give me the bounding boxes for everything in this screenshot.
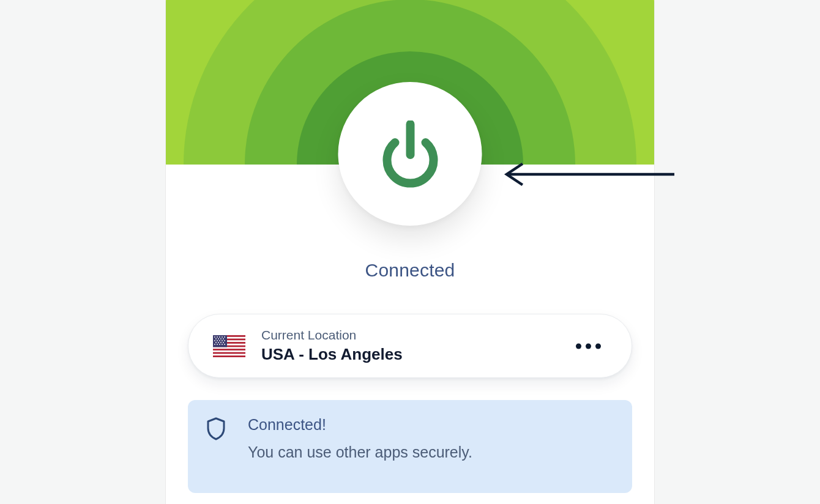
- svg-point-21: [224, 340, 225, 341]
- location-label: Current Location: [261, 328, 607, 343]
- location-value: USA - Los Angeles: [261, 345, 607, 364]
- svg-point-10: [219, 336, 220, 338]
- location-text-group: Current Location USA - Los Angeles: [261, 328, 607, 364]
- svg-point-17: [214, 340, 215, 341]
- notice-title: Connected!: [248, 416, 472, 434]
- shield-icon: [206, 417, 226, 440]
- svg-point-30: [224, 344, 225, 345]
- notice-text-group: Connected! You can use other apps secure…: [248, 416, 472, 475]
- svg-point-15: [220, 338, 222, 339]
- power-toggle-button[interactable]: [338, 82, 482, 226]
- vpn-app-window: Connected Current Location USA - Los Ang…: [165, 0, 655, 504]
- current-location-card[interactable]: Current Location USA - Los Angeles: [188, 314, 632, 378]
- more-dots-icon: [576, 343, 581, 349]
- svg-point-18: [217, 340, 218, 341]
- svg-point-28: [219, 344, 220, 345]
- svg-point-12: [224, 336, 225, 338]
- svg-point-14: [218, 338, 219, 339]
- svg-point-23: [218, 342, 219, 343]
- notice-message: You can use other apps securely.: [248, 443, 472, 461]
- svg-point-13: [215, 338, 217, 339]
- svg-point-9: [217, 336, 218, 338]
- svg-point-24: [220, 342, 222, 343]
- svg-point-11: [222, 336, 223, 338]
- svg-point-19: [219, 340, 220, 341]
- svg-point-8: [214, 336, 215, 338]
- svg-point-20: [222, 340, 223, 341]
- svg-rect-4: [213, 347, 245, 349]
- svg-point-29: [222, 344, 223, 345]
- svg-point-22: [215, 342, 217, 343]
- connection-status-label: Connected: [365, 260, 455, 281]
- svg-point-27: [217, 344, 218, 345]
- power-icon: [379, 120, 441, 188]
- svg-point-25: [223, 342, 224, 343]
- svg-point-26: [214, 344, 215, 345]
- svg-point-16: [223, 338, 224, 339]
- svg-rect-5: [213, 350, 245, 352]
- connected-notice-banner: Connected! You can use other apps secure…: [188, 400, 632, 493]
- svg-rect-6: [213, 354, 245, 355]
- us-flag-icon: [213, 335, 245, 357]
- location-more-button[interactable]: [570, 337, 607, 355]
